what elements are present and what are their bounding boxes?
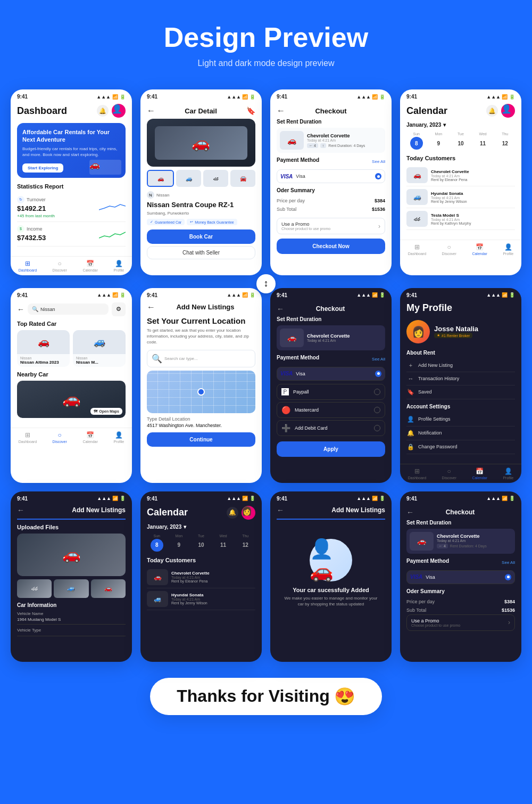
dark-cal-day-sun[interactable]: Sun 8 xyxy=(147,534,167,552)
brand-name: Nissan xyxy=(156,193,169,198)
bell-icon[interactable]: 🔔 xyxy=(97,105,109,117)
nav-profile[interactable]: 👤Profile xyxy=(503,467,513,480)
car-location: Sumbang, Purwokerto xyxy=(147,211,255,216)
see-all-link[interactable]: See All xyxy=(372,357,385,362)
saved-item[interactable]: 🔖 Saved xyxy=(406,385,515,399)
nav-discover[interactable]: ○Discover xyxy=(442,243,456,256)
thumb-3[interactable]: 🏎 xyxy=(203,170,228,187)
radio-empty[interactable] xyxy=(374,425,380,431)
nav-discover[interactable]: ○Discover xyxy=(53,260,67,272)
add-debit-row[interactable]: ➕ Add Debit Card xyxy=(277,420,385,436)
back-button[interactable]: ← xyxy=(277,106,285,116)
cal-day-tue[interactable]: Tue 10 xyxy=(451,132,471,150)
bookmark-icon[interactable]: 🔖 xyxy=(246,106,255,115)
change-password-item[interactable]: 🔒 Change Password xyxy=(406,440,515,454)
apply-button[interactable]: Apply xyxy=(277,441,385,457)
explore-button[interactable]: Start Exploring xyxy=(22,163,63,173)
bottom-nav: ⊞Dashboard ○Discover 📅Calendar 👤Profile xyxy=(11,428,132,447)
subtotal-row: Sub Total $1536 xyxy=(277,205,385,214)
row2-screens: 9:41 ▲▲▲ 📶 🔋 ← 🔍 Nissan ⚙ Top Rated Car … xyxy=(11,288,521,483)
nav-calendar[interactable]: 📅Calendar xyxy=(82,431,97,444)
nav-discover[interactable]: ○Discover xyxy=(442,467,456,480)
profile-settings-item[interactable]: 👤 Profile Settings xyxy=(406,413,515,426)
dark-cal-day-tue[interactable]: Tue 10 xyxy=(191,534,211,552)
nav-calendar[interactable]: 📅Calendar xyxy=(472,467,487,480)
back-button[interactable]: ← xyxy=(17,305,24,314)
nav-profile[interactable]: 👤Profile xyxy=(113,260,124,272)
promo-row[interactable]: Use a Promo Choose product to use promo … xyxy=(277,218,385,234)
add-listing-item[interactable]: + Add New Listing xyxy=(406,359,515,372)
dark-promo-row[interactable]: Use a Promo Choose product to use promo … xyxy=(406,614,515,631)
radio-active[interactable] xyxy=(505,574,511,580)
open-maps-button[interactable]: 🗺 Open Maps xyxy=(90,408,122,415)
add-listings-header: ← Add New Listings xyxy=(147,302,255,312)
screen-title: Add New Listings xyxy=(331,506,385,514)
nav-dashboard[interactable]: ⊞Dashboard xyxy=(19,260,37,272)
cal-day-sun[interactable]: Sun 8 xyxy=(406,132,427,150)
see-all-link[interactable]: See All xyxy=(502,560,515,565)
back-button[interactable]: ← xyxy=(277,305,284,313)
row3-screens: 9:41 ▲▲▲ 📶 🔋 ← Add New Listings Uploaded… xyxy=(11,491,521,662)
dark-today-title: Today Customers xyxy=(147,557,255,563)
nearby-title: Nearby Car xyxy=(17,371,126,378)
notification-item[interactable]: 🔔 Notification xyxy=(406,426,515,440)
radio-empty[interactable] xyxy=(374,407,380,413)
back-button[interactable]: ← xyxy=(277,506,284,514)
thumb-1[interactable]: 🚗 xyxy=(147,170,174,187)
radio-active[interactable] xyxy=(375,173,381,179)
back-button[interactable]: ← xyxy=(406,508,414,516)
nav-calendar[interactable]: 📅Calendar xyxy=(472,243,487,256)
brand-row: N Nissan xyxy=(147,191,255,199)
dark-customer-1: 🚗 Chevrolet Corvette Today at 4:21 Am Re… xyxy=(147,567,255,588)
nav-calendar[interactable]: 📅Calendar xyxy=(82,260,97,272)
nav-dashboard[interactable]: ⊞Dashboard xyxy=(19,431,37,444)
paypal-icon: 🅿 xyxy=(281,388,289,396)
search-bar[interactable]: 🔍 Nissan xyxy=(28,303,109,315)
location-search-input[interactable]: 🔍 Search car type... xyxy=(147,350,255,367)
car-name: Chevrolet Corvette xyxy=(437,534,512,539)
radio-empty[interactable] xyxy=(374,389,380,395)
map-preview xyxy=(147,371,255,413)
thumb-3[interactable]: 🚗 xyxy=(91,579,126,598)
checkout-button[interactable]: Checkout Now xyxy=(277,239,385,254)
thumb-2[interactable]: 🚙 xyxy=(176,170,201,187)
dark-cal-day-thu[interactable]: Thu 12 xyxy=(235,534,255,552)
back-button[interactable]: ← xyxy=(147,302,155,312)
status-bar: 9:41 ▲▲▲ 📶 🔋 xyxy=(11,89,132,102)
radio-active[interactable] xyxy=(375,371,381,377)
cal-day-wed[interactable]: Wed 11 xyxy=(473,132,493,150)
cal-day-thu[interactable]: Thu 12 xyxy=(495,132,515,150)
continue-button[interactable]: Continue xyxy=(147,432,255,447)
book-car-button[interactable]: Book Car xyxy=(147,229,255,244)
dark-checkout-summary-screen: 9:41 ▲▲▲ 📶 🔋 ← Checkout Set Rent Duratio… xyxy=(400,491,521,662)
nav-profile[interactable]: 👤Profile xyxy=(503,243,513,256)
thumb-1[interactable]: 🏎 xyxy=(17,579,52,598)
chat-seller-button[interactable]: Chat with Seller xyxy=(147,246,255,259)
thumb-4[interactable]: 🚘 xyxy=(230,170,255,187)
bell-icon[interactable]: 🔔 xyxy=(486,105,498,117)
transaction-item[interactable]: ↔ Transaction History xyxy=(406,372,515,385)
mastercard-row[interactable]: 🔴 Mastercard xyxy=(277,402,385,418)
dark-cal-day-wed[interactable]: Wed 11 xyxy=(213,534,234,552)
calendar-screen: 9:41 ▲▲▲ 📶 🔋 Calendar 🔔 👤 January, 2023 … xyxy=(400,89,521,275)
back-button[interactable]: ← xyxy=(147,106,155,116)
dark-cal-day-mon[interactable]: Mon 9 xyxy=(169,534,189,552)
nav-discover[interactable]: ○Discover xyxy=(53,431,67,444)
nav-dashboard[interactable]: ⊞Dashboard xyxy=(408,467,426,480)
cal-day-mon[interactable]: Mon 9 xyxy=(429,132,449,150)
screen-title: Add New Listings xyxy=(155,303,255,311)
paypal-row[interactable]: 🅿 Paypall xyxy=(277,384,385,400)
thumb-2[interactable]: 🚙 xyxy=(54,579,88,598)
see-all-link[interactable]: See All xyxy=(372,159,385,164)
car-card-1[interactable]: 🚗 Nissan Nissan Altima 2023 xyxy=(17,330,70,367)
vehicle-type-value xyxy=(17,634,126,636)
dark-calendar-month: January, 2023 ▾ xyxy=(147,524,255,530)
back-button[interactable]: ← xyxy=(17,506,24,514)
car-card-2[interactable]: 🚙 Nissan Nissan M... xyxy=(73,330,126,367)
filter-icon[interactable]: ⚙ xyxy=(112,302,126,316)
bell-icon[interactable]: 🔔 xyxy=(227,507,238,519)
nav-dashboard[interactable]: ⊞Dashboard xyxy=(408,243,426,256)
car-booking-details: ← 4 ↑ Rent Duration: 4 Days xyxy=(307,143,382,148)
vehicle-name-field: Vehicle Name 1964 Mustang Model S xyxy=(17,611,126,625)
nav-profile[interactable]: 👤Profile xyxy=(113,431,124,444)
